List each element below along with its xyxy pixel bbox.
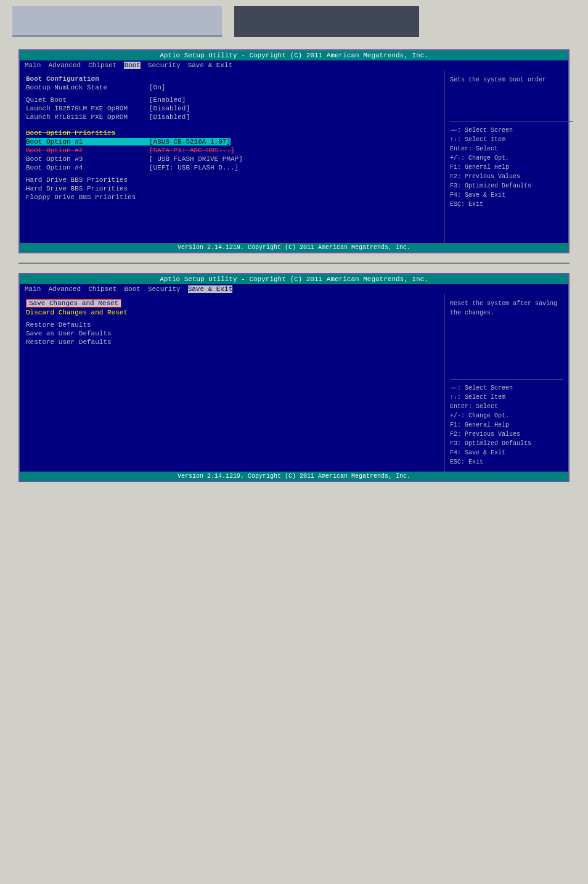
- bios2-content: Save Changes and Reset Discard Changes a…: [20, 294, 568, 472]
- numlock-label: Bootup NumLock State: [26, 84, 149, 91]
- menu-security[interactable]: Security: [148, 62, 181, 69]
- menu2-save-exit[interactable]: Save & Exit: [188, 285, 233, 293]
- help2-key-4: F1: General Help: [450, 420, 563, 430]
- restore-defaults-label[interactable]: Restore Defaults: [26, 321, 149, 329]
- pxe-rtl-value: [Disabled]: [149, 113, 190, 121]
- menu-save-exit[interactable]: Save & Exit: [188, 62, 233, 69]
- boot2-value: [SATA P1: ADC HDS...]: [149, 147, 235, 154]
- restore-user-defaults-row: Restore User Defaults: [26, 338, 438, 346]
- menu2-advanced[interactable]: Advanced: [48, 285, 81, 293]
- bios1-help: Sets the system boot order →←: Select Sc…: [445, 70, 568, 243]
- discard-changes-row: Discard Changes and Reset: [26, 309, 438, 316]
- hdd2-row: Hard Drive BBS Priorities: [26, 185, 438, 192]
- bios2-main: Save Changes and Reset Discard Changes a…: [20, 294, 445, 472]
- boot-option-1-row: Boot Option #1 [ASUS CB-5216A 1.07]: [26, 138, 438, 145]
- help2-key-2: Enter: Select: [450, 402, 563, 411]
- bios2-help-desc: Reset the system after saving the change…: [450, 299, 563, 317]
- bios1-help-desc: Sets the system boot order: [450, 75, 563, 84]
- separator: [18, 263, 570, 264]
- boot-option-4-row: Boot Option #4 [UEFI: USB FLASH D...]: [26, 164, 438, 171]
- bios1-section1: Boot Configuration: [26, 75, 438, 83]
- bios1-footer: Version 2.14.1219. Copyright (C) 2011 Am…: [20, 243, 568, 252]
- bios2-help: Reset the system after saving the change…: [445, 294, 568, 472]
- help-key-2: Enter: Select: [450, 144, 573, 153]
- menu2-boot[interactable]: Boot: [124, 285, 140, 293]
- help-key-6: F3: Optimized Defaults: [450, 181, 573, 190]
- help-divider-1: [450, 121, 573, 122]
- bios2-menu-bar: Main Advanced Chipset Boot Security Save…: [20, 284, 568, 294]
- help-key-3: +/-: Change Opt.: [450, 153, 573, 163]
- discard-changes-label[interactable]: Discard Changes and Reset: [26, 309, 149, 316]
- save-changes-label[interactable]: Save Changes and Reset: [26, 299, 121, 308]
- numlock-value: [On]: [149, 84, 165, 91]
- bios2-title: Aptio Setup Utility - Copyright (C) 2011…: [20, 274, 568, 284]
- menu-advanced[interactable]: Advanced: [48, 62, 81, 69]
- boot-option-3-row: Boot Option #3 [ USB FLASH DRIVE PMAP]: [26, 155, 438, 163]
- bios1-row-numlock: Bootup NumLock State [On]: [26, 84, 438, 91]
- menu-main[interactable]: Main: [25, 62, 41, 69]
- help-key-1: ↑↓: Select Item: [450, 135, 573, 144]
- help2-divider: [450, 379, 563, 380]
- restore-defaults-row: Restore Defaults: [26, 321, 438, 329]
- boot-config-label: Boot Configuration: [26, 75, 149, 83]
- bios2-footer: Version 2.14.1219. Copyright (C) 2011 Am…: [20, 472, 568, 481]
- boot3-label: Boot Option #3: [26, 155, 149, 163]
- boot4-label: Boot Option #4: [26, 164, 149, 171]
- menu-chipset[interactable]: Chipset: [88, 62, 116, 69]
- bios2-help-keys-section: →←: Select Screen ↑↓: Select Item Enter:…: [450, 379, 563, 467]
- hdd1-label: Hard Drive BBS Priorities: [26, 176, 149, 184]
- help2-key-6: F3: Optimized Defaults: [450, 439, 563, 448]
- boot4-value: [UEFI: USB FLASH D...]: [149, 164, 239, 171]
- boot-priority-header: Boot Option Priorities: [26, 129, 438, 137]
- help2-key-7: F4: Save & Exit: [450, 448, 563, 457]
- floppy-label: Floppy Drive BBS Priorities: [26, 194, 149, 201]
- bios1-main: Boot Configuration Bootup NumLock State …: [20, 70, 445, 243]
- pxe-lm-value: [Disabled]: [149, 105, 190, 112]
- floppy-row: Floppy Drive BBS Priorities: [26, 194, 438, 201]
- bios1-row-pxe-lm: Launch I82579LM PXE OpROM [Disabled]: [26, 105, 438, 112]
- menu2-main[interactable]: Main: [25, 285, 41, 293]
- help2-key-0: →←: Select Screen: [450, 383, 563, 393]
- header-right-bar: [234, 6, 419, 37]
- header-left-bar: [12, 6, 222, 37]
- bios1-menu-bar: Main Advanced Chipset Boot Security Save…: [20, 60, 568, 70]
- help-key-4: F1: General Help: [450, 163, 573, 172]
- menu-boot[interactable]: Boot: [124, 62, 140, 69]
- quiet-boot-label: Quiet Boot: [26, 96, 149, 104]
- hdd1-row: Hard Drive BBS Priorities: [26, 176, 438, 184]
- menu2-chipset[interactable]: Chipset: [88, 285, 116, 293]
- help-key-5: F2: Previous Values: [450, 172, 573, 181]
- help2-key-1: ↑↓: Select Item: [450, 393, 563, 402]
- bios-screen-1: Aptio Setup Utility - Copyright (C) 2011…: [18, 49, 570, 253]
- help2-key-3: +/-: Change Opt.: [450, 411, 563, 420]
- help-key-0: →←: Select Screen: [450, 126, 573, 135]
- help2-key-5: F2: Previous Values: [450, 430, 563, 439]
- help2-key-8: ESC: Exit: [450, 457, 563, 467]
- hdd2-label: Hard Drive BBS Priorities: [26, 185, 149, 192]
- boot-option-2-row: Boot Option #2 [SATA P1: ADC HDS...]: [26, 147, 438, 154]
- pxe-rtl-label: Launch RTL8111E PXE OpROM: [26, 113, 149, 121]
- top-header: [0, 0, 588, 43]
- boot2-label: Boot Option #2: [26, 147, 149, 154]
- boot1-label: Boot Option #1: [26, 138, 149, 145]
- quiet-boot-value: [Enabled]: [149, 96, 186, 104]
- bios1-content: Boot Configuration Bootup NumLock State …: [20, 70, 568, 243]
- save-changes-row: Save Changes and Reset: [26, 299, 438, 308]
- bios1-row-quiet-boot: Quiet Boot [Enabled]: [26, 96, 438, 104]
- boot3-value: [ USB FLASH DRIVE PMAP]: [149, 155, 243, 163]
- save-user-defaults-label[interactable]: Save as User Defaults: [26, 330, 149, 337]
- save-user-defaults-row: Save as User Defaults: [26, 330, 438, 337]
- bios-screen-2: Aptio Setup Utility - Copyright (C) 2011…: [18, 273, 570, 482]
- boot1-value: [ASUS CB-5216A 1.07]: [149, 138, 231, 145]
- menu2-security[interactable]: Security: [148, 285, 181, 293]
- bios1-row-pxe-rtl: Launch RTL8111E PXE OpROM [Disabled]: [26, 113, 438, 121]
- restore-user-defaults-label[interactable]: Restore User Defaults: [26, 338, 149, 346]
- bios1-title: Aptio Setup Utility - Copyright (C) 2011…: [20, 51, 568, 60]
- help-key-8: ESC: Exit: [450, 200, 573, 209]
- help-key-7: F4: Save & Exit: [450, 190, 573, 200]
- pxe-lm-label: Launch I82579LM PXE OpROM: [26, 105, 149, 112]
